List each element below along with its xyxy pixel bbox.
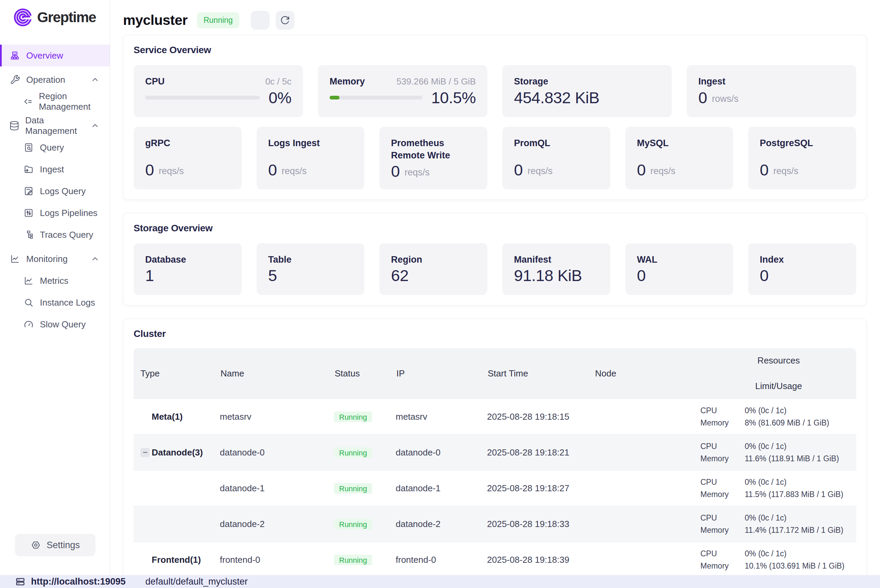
metric-value: 5 <box>268 266 353 285</box>
sidebar-item-logs-pipelines[interactable]: Logs Pipelines <box>0 202 110 224</box>
column-header-name: Name <box>220 368 334 379</box>
metric-label: Table <box>268 254 353 266</box>
manifest-card: Manifest 91.18 KiB <box>502 243 610 295</box>
line-chart-icon <box>9 254 21 264</box>
brand-logo[interactable]: Greptime <box>0 0 110 28</box>
metric-unit: reqs/s <box>282 166 307 177</box>
metric-label: Storage <box>514 75 548 87</box>
file-search-icon <box>23 142 34 153</box>
sidebar-item-label: Data Management <box>25 115 85 136</box>
row-start-time: 2025-08-28 19:18:39 <box>487 555 595 565</box>
memory-card: Memory 539.266 MiB / 5 GiB 10.5% <box>318 65 487 117</box>
metric-label: Region <box>391 254 476 266</box>
memory-label: Memory <box>700 526 745 535</box>
resources-group-label: Resources <box>757 356 800 366</box>
server-icon <box>15 577 25 586</box>
sidebar-group-operation[interactable]: Operation <box>0 69 110 91</box>
sidebar-item-label: Region Management <box>39 91 110 112</box>
postgresql-card: PostgreSQL 0 reqs/s <box>748 127 856 189</box>
memory-usage: 11.5% (117.883 MiB / 1 GiB) <box>745 490 843 499</box>
sidebar-item-overview[interactable]: Overview <box>0 45 110 66</box>
refresh-button[interactable] <box>276 11 294 30</box>
refresh-icon <box>280 15 290 25</box>
metric-label: Manifest <box>514 254 599 266</box>
sidebar-item-logs-query[interactable]: Logs Query <box>0 180 110 202</box>
metric-label: Prometheus Remote Write <box>391 137 476 162</box>
table-row-datanode-2: datanode-2 Running datanode-2 2025-08-28… <box>134 506 856 542</box>
promql-card: PromQL 0 reqs/s <box>502 127 610 189</box>
metric-label: PostgreSQL <box>760 137 845 149</box>
metric-label: WAL <box>637 254 722 266</box>
sidebar-item-label: Traces Query <box>40 230 93 240</box>
metric-unit: reqs/s <box>405 167 430 178</box>
row-ip: metasrv <box>396 411 487 422</box>
row-status-badge: Running <box>334 483 372 494</box>
sidebar-item-label: Metrics <box>40 276 69 286</box>
table-row-frontend: Frontend(1) frontend-0 Running frontend-… <box>134 542 856 575</box>
metric-limit: 0c / 5c <box>265 76 291 87</box>
section-title: Service Overview <box>134 45 856 56</box>
index-card: Index 0 <box>748 243 856 295</box>
sidebar-item-ingest[interactable]: Ingest <box>0 158 110 180</box>
settings-button[interactable]: Settings <box>15 534 95 556</box>
row-ip: datanode-1 <box>396 483 487 494</box>
sidebar-item-region-management[interactable]: Region Management <box>0 91 110 112</box>
table-row-datanode-1: datanode-1 Running datanode-1 2025-08-28… <box>134 470 856 506</box>
service-overview-section: Service Overview CPU 0c / 5c 0% Memory <box>123 35 867 200</box>
collapse-toggle-icon[interactable] <box>140 448 150 457</box>
table-card: Table 5 <box>257 243 365 295</box>
metric-value: 0 <box>514 160 523 179</box>
metric-value: 91.18 KiB <box>514 266 599 285</box>
row-ip: frontend-0 <box>396 555 487 565</box>
cpu-label: CPU <box>700 478 745 487</box>
sidebar-item-metrics[interactable]: Metrics <box>0 270 110 292</box>
column-header-type: Type <box>134 368 220 379</box>
sidebar-item-instance-logs[interactable]: Instance Logs <box>0 292 110 314</box>
row-resources: CPU0% (0c / 1c) Memory8% (81.609 MiB / 1… <box>700 406 856 428</box>
endpoint-url[interactable]: http://localhost:19095 <box>31 576 126 587</box>
row-name: datanode-1 <box>220 483 334 494</box>
sidebar-group-monitoring[interactable]: Monitoring <box>0 248 110 270</box>
service-metric-row-1: CPU 0c / 5c 0% Memory 539.266 MiB / 5 Gi… <box>134 65 856 117</box>
row-type: Frontend(1) <box>152 555 201 565</box>
cpu-usage: 0% (0c / 1c) <box>745 549 787 558</box>
table-row-meta: Meta(1) metasrv Running metasrv 2025-08-… <box>134 399 856 434</box>
cluster-overview-icon <box>9 50 21 61</box>
cpu-usage: 0% (0c / 1c) <box>745 442 787 451</box>
chevron-up-icon <box>91 75 99 84</box>
database-icon <box>9 121 20 131</box>
metric-label: gRPC <box>145 137 230 149</box>
storage-card: Storage 454.832 KiB <box>502 65 672 117</box>
ingest-card: Ingest 0 rows/s <box>687 65 856 117</box>
cpu-label: CPU <box>700 442 745 451</box>
row-status-badge: Running <box>334 555 372 565</box>
tree-icon <box>23 230 34 240</box>
limit-usage-label: Limit/Usage <box>755 381 802 392</box>
storage-value: 454.832 KiB <box>514 88 599 107</box>
sidebar-item-slow-query[interactable]: Slow Query <box>0 314 110 335</box>
main-content: mycluster Running Service Overview <box>110 0 880 575</box>
metric-label: MySQL <box>637 137 722 149</box>
cluster-section: Cluster Type Name Status IP Start Time N… <box>123 318 867 575</box>
file-edit-icon <box>23 186 34 196</box>
sidebar-item-query[interactable]: Query <box>0 136 110 158</box>
metric-unit: reqs/s <box>159 166 184 177</box>
row-resources: CPU0% (0c / 1c) Memory11.6% (118.91 MiB … <box>700 442 856 464</box>
region-management-icon <box>23 96 33 106</box>
sidebar-group-data-management[interactable]: Data Management <box>0 115 110 136</box>
metric-label: Database <box>145 254 230 266</box>
sidebar-item-traces-query[interactable]: Traces Query <box>0 224 110 246</box>
wal-card: WAL 0 <box>625 243 733 295</box>
region-card: Region 62 <box>379 243 487 295</box>
metric-value: 0 <box>760 266 845 285</box>
memory-label: Memory <box>700 418 745 428</box>
logs-ingest-card: Logs Ingest 0 reqs/s <box>257 127 365 189</box>
status-badge: Running <box>197 12 239 28</box>
database-context[interactable]: default/default_mycluster <box>146 576 248 587</box>
row-name: metasrv <box>220 411 334 422</box>
header-blank-button[interactable] <box>251 11 270 30</box>
metric-value: 0 <box>637 266 722 285</box>
search-icon <box>23 297 34 308</box>
sidebar-item-label: Logs Pipelines <box>40 208 98 218</box>
metric-label: Index <box>760 254 845 266</box>
